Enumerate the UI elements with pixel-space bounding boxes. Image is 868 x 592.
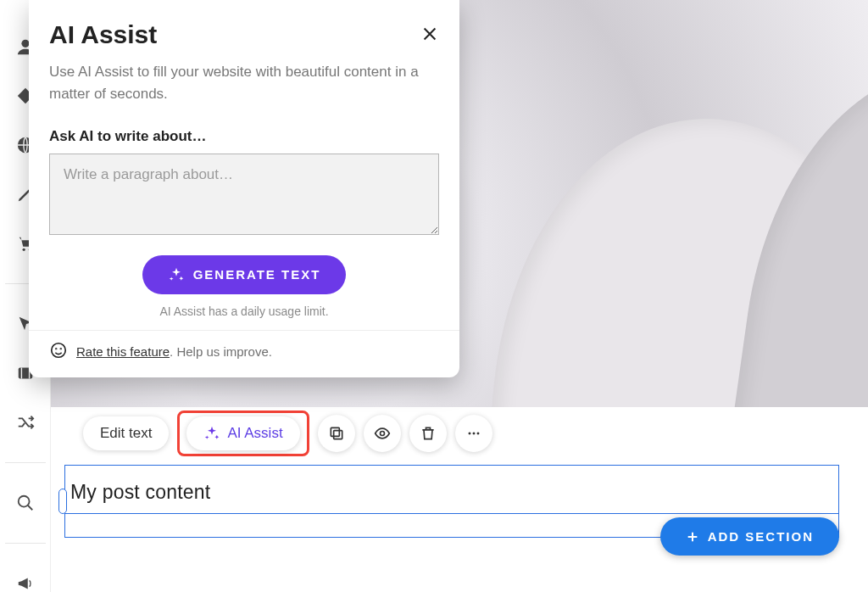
svg-point-0 (21, 40, 29, 47)
ai-assist-highlight: AI Assist (177, 410, 309, 456)
svg-point-5 (18, 496, 29, 507)
edit-text-label: Edit text (100, 425, 152, 442)
svg-point-11 (468, 433, 470, 435)
delete-button[interactable] (409, 415, 447, 452)
close-button[interactable] (420, 20, 439, 49)
ai-assist-panel: AI Assist Use AI Assist to fill your web… (29, 0, 459, 377)
panel-title: AI Assist (49, 20, 157, 49)
element-toolbar: Edit text AI Assist (83, 410, 492, 456)
generate-text-button[interactable]: GENERATE TEXT (142, 255, 347, 294)
svg-rect-8 (333, 431, 342, 439)
svg-point-12 (472, 433, 475, 435)
add-section-button[interactable]: ADD SECTION (660, 517, 839, 556)
add-section-label: ADD SECTION (708, 529, 814, 544)
plus-icon (686, 530, 699, 544)
megaphone-icon[interactable] (15, 574, 36, 592)
shuffle-icon[interactable] (15, 413, 36, 432)
smile-icon (49, 341, 68, 362)
panel-subtitle: Use AI Assist to fill your website with … (49, 61, 439, 106)
edit-text-button[interactable]: Edit text (83, 416, 169, 450)
ai-assist-button[interactable]: AI Assist (186, 416, 299, 450)
svg-point-14 (52, 343, 66, 357)
svg-point-2 (22, 249, 25, 251)
generate-label: GENERATE TEXT (193, 267, 321, 282)
resize-handle-left[interactable] (58, 489, 67, 514)
selection-divider (65, 513, 838, 514)
sparkle-icon (168, 266, 185, 283)
more-button[interactable] (455, 415, 492, 452)
duplicate-button[interactable] (318, 415, 355, 452)
svg-rect-9 (331, 427, 339, 436)
ai-assist-label: AI Assist (227, 425, 282, 442)
panel-divider (29, 330, 459, 331)
svg-point-10 (380, 432, 384, 436)
svg-point-16 (60, 348, 61, 349)
rate-link[interactable]: Rate this feature (76, 344, 170, 359)
rate-help-text: Help us improve. (176, 344, 272, 359)
svg-point-15 (56, 348, 57, 349)
visibility-button[interactable] (364, 415, 401, 452)
prompt-label: Ask AI to write about… (49, 128, 439, 145)
prompt-textarea[interactable] (49, 154, 439, 235)
search-icon[interactable] (15, 494, 36, 512)
usage-limit-text: AI Assist has a daily usage limit. (159, 304, 328, 318)
svg-point-13 (476, 433, 479, 435)
post-content-text[interactable]: My post content (70, 481, 210, 504)
rate-row: Rate this feature. Help us improve. (49, 341, 439, 362)
sparkle-icon (203, 425, 220, 442)
